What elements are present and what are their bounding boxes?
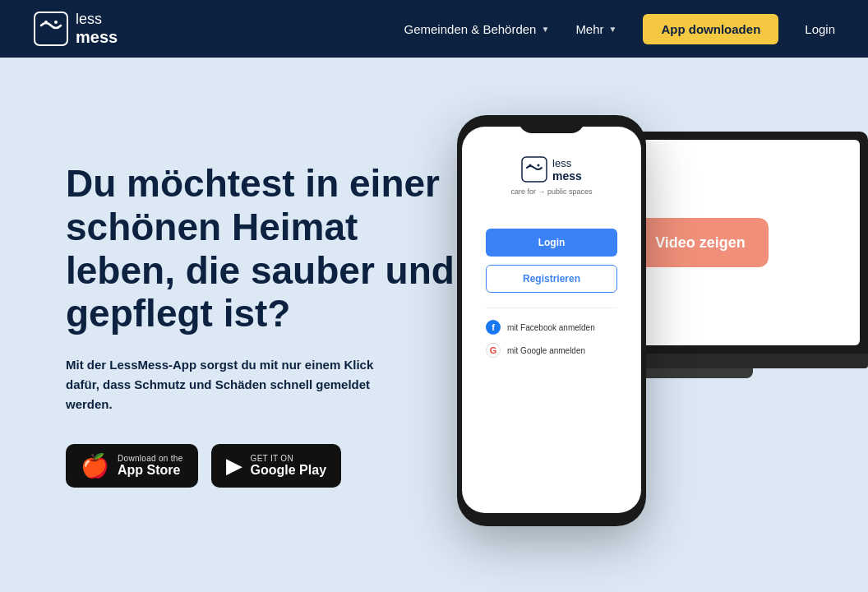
logo-icon — [33, 11, 69, 47]
chevron-down-icon: ▼ — [609, 25, 617, 34]
phone-login-button[interactable]: Login — [486, 229, 617, 257]
phone-notch — [519, 115, 584, 133]
google-play-button[interactable]: ▶ GET IT ON Google Play — [211, 444, 341, 488]
hero-visuals: Video zeigen l — [424, 82, 868, 576]
facebook-login-button[interactable]: f mit Facebook anmelden — [486, 320, 617, 335]
store-buttons: 🍎 Download on the App Store ▶ GET IT ON … — [66, 444, 460, 488]
nav-gemeinden[interactable]: Gemeinden & Behörden ▼ — [404, 22, 550, 36]
facebook-icon: f — [486, 320, 501, 335]
google-login-button[interactable]: G mit Google anmelden — [486, 343, 617, 358]
video-button-label: Video zeigen — [655, 234, 746, 252]
phone-register-button[interactable]: Registrieren — [486, 265, 617, 293]
hero-section: Du möchtest in einer schönen Heimat lebe… — [0, 58, 868, 592]
nav-mehr[interactable]: Mehr ▼ — [575, 22, 616, 36]
svg-point-2 — [54, 21, 58, 24]
phone-screen: less mess care for → public spaces Login… — [462, 127, 641, 513]
chevron-down-icon: ▼ — [541, 25, 549, 34]
svg-point-5 — [538, 164, 540, 167]
phone-divider — [486, 308, 617, 308]
logo-text: less mess — [76, 12, 118, 46]
app-download-button[interactable]: App downloaden — [643, 14, 778, 44]
nav-links: Gemeinden & Behörden ▼ Mehr ▼ App downlo… — [404, 14, 835, 44]
svg-point-4 — [529, 164, 532, 167]
phone-tagline: care for → public spaces — [510, 187, 592, 196]
google-icon: G — [486, 343, 501, 358]
svg-point-1 — [44, 21, 48, 24]
navbar: less mess Gemeinden & Behörden ▼ Mehr ▼ … — [0, 0, 868, 58]
phone-logo-icon — [521, 156, 547, 183]
app-store-button[interactable]: 🍎 Download on the App Store — [66, 444, 198, 488]
google-play-icon: ▶ — [226, 453, 242, 479]
app-store-text: Download on the App Store — [118, 454, 183, 478]
apple-icon: 🍎 — [81, 452, 109, 479]
phone-mockup: less mess care for → public spaces Login… — [457, 115, 646, 526]
hero-heading: Du möchtest in einer schönen Heimat lebe… — [66, 162, 460, 336]
svg-rect-0 — [35, 12, 67, 45]
phone-logo: less mess — [521, 156, 582, 183]
logo[interactable]: less mess — [33, 11, 118, 47]
google-play-text: GET IT ON Google Play — [251, 454, 326, 478]
hero-content: Du möchtest in einer schönen Heimat lebe… — [66, 162, 460, 488]
login-link[interactable]: Login — [805, 22, 835, 36]
hero-subtext: Mit der LessMess-App sorgst du mit nur e… — [66, 355, 378, 414]
phone-logo-text: less mess — [552, 157, 582, 183]
svg-rect-3 — [522, 157, 547, 182]
